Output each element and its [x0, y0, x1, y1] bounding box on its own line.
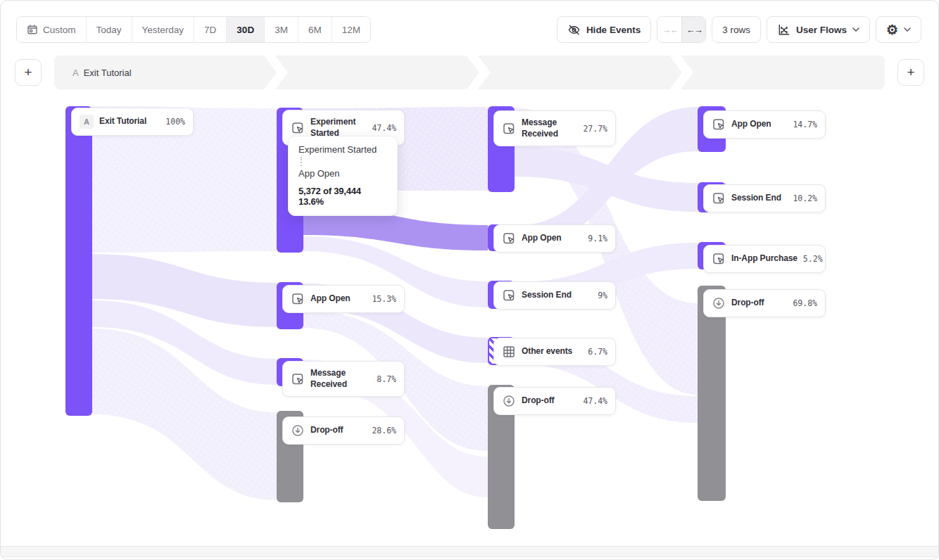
date-7d-button[interactable]: 7D [194, 17, 226, 42]
node-value: 10.2% [793, 193, 817, 203]
flow-tooltip: Experiment Started App Open 5,372 of 39,… [288, 136, 398, 216]
node-card-message-received-3[interactable]: Message Received 27.7% [493, 110, 616, 146]
node-card-exit-tutorial[interactable]: A Exit Tutorial 100% [71, 108, 194, 136]
node-label: App Open [522, 233, 562, 244]
settings-dropdown-button[interactable]: ⚙ [876, 16, 921, 43]
node-label: Drop-off [522, 395, 555, 407]
grid-icon [502, 345, 516, 359]
node-label: Drop-off [731, 298, 764, 309]
date-custom-button[interactable]: Custom [17, 17, 86, 42]
node-label: Exit Tutorial [99, 116, 146, 127]
date-yesterday-button[interactable]: Yesterday [132, 17, 194, 42]
flow-steps-bar: + A Exit Tutorial + [15, 56, 924, 89]
event-click-icon [291, 372, 305, 386]
date-range-label: Custom [43, 25, 76, 35]
event-click-icon [712, 252, 726, 266]
step-label: Exit Tutorial [84, 68, 132, 78]
node-value: 5.2% [803, 254, 823, 264]
node-label: Drop-off [310, 425, 344, 436]
date-30d-button[interactable]: 30D [226, 17, 264, 42]
node-value: 47.4% [583, 396, 607, 406]
chevron-down-icon [852, 27, 859, 32]
hide-events-button[interactable]: Hide Events [557, 16, 651, 43]
node-label: Message Received [310, 368, 371, 390]
event-click-icon [502, 288, 516, 303]
step-segment-2[interactable] [270, 56, 479, 89]
bottom-scroll-strip[interactable] [1, 546, 938, 557]
user-flows-app: Custom Today Yesterday 7D 30D 3M 6M 12M … [0, 0, 939, 560]
node-value: 14.7% [793, 120, 817, 129]
rows-button[interactable]: 3 rows [712, 16, 761, 43]
date-12m-button[interactable]: 12M [332, 17, 370, 42]
step-segment-a[interactable]: A Exit Tutorial [54, 56, 277, 89]
node-value: 47.4% [372, 123, 396, 133]
node-label: In-App Purchase [731, 253, 798, 265]
chevron-down-icon [904, 27, 911, 32]
node-label: App Open [731, 119, 771, 130]
view-selector-button[interactable]: User Flows [767, 16, 870, 43]
node-card-session-end-4[interactable]: Session End 10.2% [703, 184, 826, 212]
user-flows-icon [777, 23, 790, 37]
step-segment-3[interactable] [472, 56, 682, 89]
date-6m-button[interactable]: 6M [298, 17, 332, 42]
collapse-columns-icon[interactable]: →← [657, 17, 681, 42]
node-card-in-app-purchase[interactable]: In-App Purchase 5.2% [703, 245, 826, 273]
add-step-right-button[interactable]: + [897, 59, 924, 86]
node-value: 100% [165, 117, 185, 127]
node-card-app-open-2[interactable]: App Open 15.3% [282, 285, 405, 313]
node-bar-exit-tutorial[interactable] [65, 106, 92, 416]
event-click-icon [712, 117, 726, 132]
node-card-app-open-3[interactable]: App Open 9.1% [493, 224, 616, 253]
calendar-icon [27, 24, 38, 35]
event-click-icon [291, 292, 305, 306]
drop-off-icon [502, 394, 516, 408]
tooltip-to-event: App Open [298, 168, 387, 179]
step-badge: A [73, 68, 79, 78]
node-card-app-open-4[interactable]: App Open 14.7% [703, 110, 826, 139]
node-bar-drop-off-4[interactable] [698, 286, 726, 501]
node-label: App Open [310, 293, 351, 305]
drop-off-icon [291, 424, 305, 438]
node-value: 15.3% [372, 294, 396, 304]
node-value: 69.8% [793, 298, 817, 308]
tooltip-stats: 5,372 of 39,444 13.6% [298, 186, 387, 207]
add-step-left-button[interactable]: + [15, 59, 42, 86]
node-value: 9% [598, 291, 607, 300]
column-width-toggle: →← ←→ [657, 16, 706, 43]
expand-columns-icon[interactable]: ←→ [681, 17, 705, 42]
tooltip-flow-connector [301, 157, 387, 166]
eye-off-icon [567, 23, 581, 37]
toolbar-right: Hide Events →← ←→ 3 rows User Flows ⚙ [557, 16, 921, 43]
date-range-selector: Custom Today Yesterday 7D 30D 3M 6M 12M [16, 16, 371, 43]
event-click-icon [502, 231, 516, 246]
gear-icon: ⚙ [886, 23, 898, 37]
node-label: Message Received [522, 117, 577, 139]
event-click-icon [291, 121, 305, 135]
date-3m-button[interactable]: 3M [264, 17, 298, 42]
node-card-other-events[interactable]: Other events 6.7% [493, 338, 616, 366]
tooltip-from-event: Experiment Started [298, 144, 387, 155]
node-label: Session End [522, 290, 572, 301]
node-card-drop-off-2[interactable]: Drop-off 28.6% [282, 416, 405, 445]
node-value: 28.6% [372, 426, 396, 435]
node-value: 27.7% [583, 124, 607, 134]
event-click-icon [712, 191, 726, 205]
node-value: 8.7% [377, 374, 396, 384]
node-card-message-received-2[interactable]: Message Received 8.7% [282, 361, 405, 397]
node-label: Other events [522, 346, 572, 357]
node-value: 9.1% [588, 234, 607, 243]
node-value: 6.7% [588, 347, 607, 357]
event-click-icon [502, 122, 516, 136]
breadcrumb: A Exit Tutorial [54, 56, 885, 89]
node-card-drop-off-4[interactable]: Drop-off 69.8% [703, 289, 826, 317]
drop-off-icon [712, 296, 726, 310]
node-card-drop-off-3[interactable]: Drop-off 47.4% [493, 387, 616, 415]
event-a-badge: A [80, 115, 94, 129]
step-segment-4[interactable] [675, 56, 885, 89]
node-label: Session End [731, 193, 781, 204]
toolbar: Custom Today Yesterday 7D 30D 3M 6M 12M … [16, 16, 921, 43]
date-today-button[interactable]: Today [86, 17, 132, 42]
node-card-session-end-3[interactable]: Session End 9% [493, 281, 616, 310]
